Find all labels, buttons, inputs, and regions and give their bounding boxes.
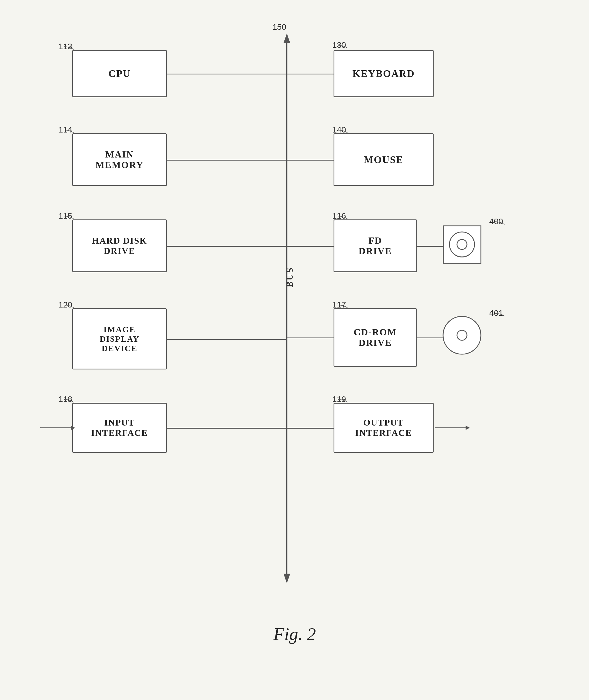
bus-line bbox=[283, 33, 290, 583]
bus-label: BUS bbox=[284, 267, 295, 287]
hline-fd-disk bbox=[417, 246, 445, 247]
ref-117-curve bbox=[332, 300, 349, 311]
cpu-box: CPU bbox=[72, 50, 167, 97]
bus-arrow-bottom bbox=[283, 574, 290, 583]
image-display-device-box: IMAGEDISPLAYDEVICE bbox=[72, 308, 167, 369]
hline-fd-drive bbox=[287, 246, 334, 247]
bus-line-inner bbox=[286, 42, 287, 575]
hard-disk-drive-box: HARD DISKDRIVE bbox=[72, 220, 167, 272]
ref-113-curve bbox=[58, 42, 75, 53]
cd-rom-drive-box: CD-ROMDRIVE bbox=[334, 308, 417, 367]
hline-main-memory bbox=[167, 160, 286, 160]
diagram-container: BUS 150 CPU 113 MAINMEMORY 114 HARD DISK… bbox=[22, 17, 567, 656]
mouse-box: MOUSE bbox=[334, 133, 434, 186]
input-arrow bbox=[39, 422, 75, 433]
output-arrow bbox=[434, 422, 470, 433]
ref-120-curve bbox=[58, 300, 75, 311]
hline-keyboard bbox=[287, 74, 334, 74]
svg-marker-1 bbox=[71, 425, 75, 430]
ref-401-curve bbox=[489, 308, 506, 319]
hline-mouse bbox=[287, 160, 334, 160]
ref-115-curve bbox=[58, 211, 75, 222]
svg-marker-3 bbox=[465, 425, 470, 430]
hline-cd-rom bbox=[287, 338, 334, 338]
ref-140-curve bbox=[332, 125, 349, 136]
ref-118-curve bbox=[58, 394, 75, 406]
ref-130-curve bbox=[332, 40, 349, 51]
input-interface-box: INPUTINTERFACE bbox=[72, 403, 167, 453]
svg-point-8 bbox=[457, 330, 467, 340]
cd-disk-icon bbox=[442, 315, 482, 356]
keyboard-box: KEYBOARD bbox=[334, 50, 434, 97]
main-memory-box: MAINMEMORY bbox=[72, 133, 167, 186]
output-interface-box: OUTPUTINTERFACE bbox=[334, 403, 434, 453]
hline-cpu bbox=[167, 74, 286, 74]
ref-116-curve bbox=[332, 211, 349, 222]
hline-cd-disk bbox=[417, 338, 445, 338]
hline-hdd bbox=[167, 246, 286, 247]
ref-bus: 150 bbox=[272, 22, 286, 32]
hline-output-interface bbox=[287, 428, 334, 429]
hline-image-display bbox=[167, 339, 286, 340]
fd-drive-box: FDDRIVE bbox=[334, 220, 417, 272]
fd-disk-icon bbox=[442, 225, 482, 265]
svg-point-6 bbox=[457, 240, 467, 250]
ref-400-curve bbox=[489, 217, 506, 228]
ref-119-curve bbox=[332, 394, 349, 406]
ref-114-curve bbox=[58, 125, 75, 136]
hline-input-interface bbox=[167, 428, 286, 429]
figure-label: Fig. 2 bbox=[273, 624, 316, 644]
